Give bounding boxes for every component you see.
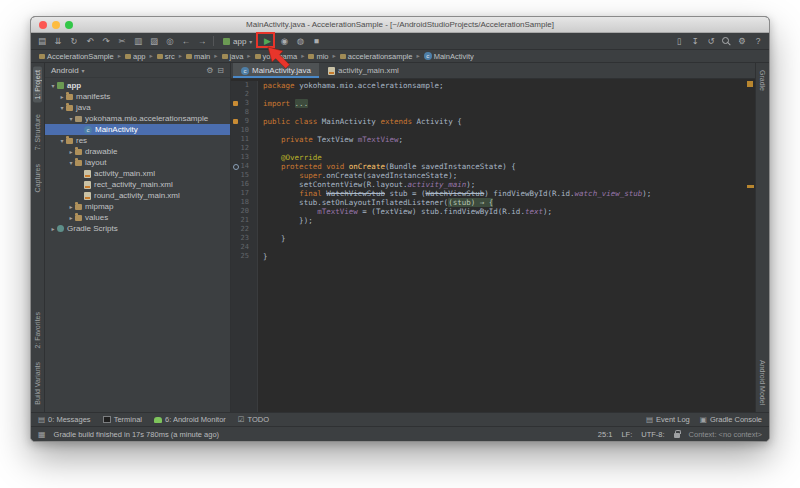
settings-icon[interactable]: ⚙: [206, 66, 213, 75]
collapse-arrow-icon[interactable]: ▾: [58, 137, 66, 144]
expand-arrow-icon[interactable]: ▸: [67, 214, 75, 221]
breadcrumb-item-main[interactable]: main: [186, 52, 210, 61]
line-number[interactable]: 25: [231, 252, 258, 261]
tree-item-values[interactable]: ▸values: [45, 212, 230, 223]
toolwindow-button-gradle-console[interactable]: ▣Gradle Console: [700, 415, 762, 424]
collapse-all-icon[interactable]: ⊟: [217, 66, 224, 75]
tree-item-yokohama-mio-accelerationsample[interactable]: ▾yokohama.mio.accelerationsample: [45, 113, 230, 124]
close-button[interactable]: [39, 21, 47, 29]
stop-icon[interactable]: ■: [311, 36, 321, 46]
debug-icon[interactable]: ◉: [279, 36, 289, 46]
line-number[interactable]: 16: [231, 180, 258, 189]
coverage-icon[interactable]: ◍: [295, 36, 305, 46]
tree-item-mipmap[interactable]: ▸mipmap: [45, 201, 230, 212]
tool-stripe-build-variants[interactable]: Build Variants: [33, 359, 42, 408]
line-number[interactable]: 24: [231, 243, 258, 252]
line-number[interactable]: 1: [231, 81, 258, 90]
tree-item-drawable[interactable]: ▸drawable: [45, 146, 230, 157]
toolwindow-button-terminal[interactable]: Terminal: [103, 415, 142, 424]
zoom-button[interactable]: [65, 21, 73, 29]
line-number[interactable]: 3: [231, 99, 258, 108]
breadcrumb-item-yokohama[interactable]: yokohama: [255, 52, 298, 61]
breadcrumb-item-accelerationsample[interactable]: AccelerationSample: [39, 52, 114, 61]
tool-stripe-1-project[interactable]: 1: Project: [33, 67, 42, 103]
caret-position[interactable]: 25:1: [598, 430, 613, 439]
breadcrumb-item-accelerationsample[interactable]: accelerationsample: [340, 52, 413, 61]
line-number[interactable]: 18: [231, 198, 258, 207]
undo-icon[interactable]: ↶: [85, 36, 95, 46]
breadcrumb-item-mainactivity[interactable]: cMainActivity: [424, 52, 474, 61]
line-number[interactable]: 17: [231, 189, 258, 198]
toolwindow-button-0-messages[interactable]: ▤0: Messages: [38, 415, 91, 424]
paste-icon[interactable]: ▨: [149, 36, 159, 46]
tab-mainactivity-java[interactable]: cMainActivity.java: [233, 63, 319, 78]
open-icon[interactable]: ▤: [37, 36, 47, 46]
line-number[interactable]: 8: [231, 108, 258, 117]
lock-icon[interactable]: [674, 433, 680, 438]
minimize-button[interactable]: [52, 21, 60, 29]
avd-manager-icon[interactable]: ▯: [674, 36, 684, 46]
tree-item-gradle-scripts[interactable]: ▸Gradle Scripts: [45, 223, 230, 234]
line-number[interactable]: 15: [231, 171, 258, 180]
gradle-sync-icon[interactable]: ↺: [706, 36, 716, 46]
expand-arrow-icon[interactable]: ▸: [67, 203, 75, 210]
line-number[interactable]: 2: [231, 90, 258, 99]
back-icon[interactable]: ←: [181, 36, 191, 46]
line-number[interactable]: 13: [231, 153, 258, 162]
run-configuration-select[interactable]: app ▾: [220, 36, 255, 47]
forward-icon[interactable]: →: [197, 36, 207, 46]
toolwindow-switcher-icon[interactable]: ▦: [38, 430, 46, 439]
breadcrumb-item-src[interactable]: src: [157, 52, 175, 61]
tree-item-java[interactable]: ▾java: [45, 102, 230, 113]
copy-icon[interactable]: ▥: [133, 36, 143, 46]
help-icon[interactable]: ?: [753, 36, 763, 46]
code-editor[interactable]: 1package yokohama.mio.accelerationsample…: [231, 79, 755, 412]
line-number[interactable]: 23: [231, 234, 258, 243]
redo-icon[interactable]: ↷: [101, 36, 111, 46]
tab-activity-main-xml[interactable]: activity_main.xml: [320, 63, 407, 78]
tool-stripe-7-structure[interactable]: 7: Structure: [33, 111, 42, 153]
line-number[interactable]: 22: [231, 225, 258, 234]
tree-item-res[interactable]: ▾res: [45, 135, 230, 146]
line-number[interactable]: 21: [231, 216, 258, 225]
line-number[interactable]: 9: [231, 117, 258, 126]
tree-item-round-activity-main-xml[interactable]: round_activity_main.xml: [45, 190, 230, 201]
tree-item-activity-main-xml[interactable]: activity_main.xml: [45, 168, 230, 179]
collapse-arrow-icon[interactable]: ▾: [58, 104, 66, 111]
line-number[interactable]: 20: [231, 207, 258, 216]
tool-stripe-2-favorites[interactable]: 2: Favorites: [33, 309, 42, 352]
breadcrumb-item-java[interactable]: java: [222, 52, 244, 61]
tool-stripe-android-model[interactable]: Android Model: [758, 357, 767, 408]
collapse-arrow-icon[interactable]: ▾: [49, 82, 57, 89]
cut-icon[interactable]: ✂: [117, 36, 127, 46]
expand-arrow-icon[interactable]: ▸: [49, 225, 57, 232]
search-icon[interactable]: [722, 37, 731, 46]
window-titlebar[interactable]: MainActivity.java - AccelerationSample -…: [31, 17, 769, 33]
tree-item-rect-activity-main-xml[interactable]: rect_activity_main.xml: [45, 179, 230, 190]
settings-icon[interactable]: ⚙: [737, 36, 747, 46]
sdk-manager-icon[interactable]: ↧: [690, 36, 700, 46]
collapse-arrow-icon[interactable]: ▾: [67, 159, 75, 166]
tree-item-layout[interactable]: ▾layout: [45, 157, 230, 168]
find-icon[interactable]: ◎: [165, 36, 175, 46]
expand-arrow-icon[interactable]: ▸: [58, 93, 66, 100]
tool-stripe-gradle[interactable]: Gradle: [758, 67, 767, 94]
tree-item-manifests[interactable]: ▸manifests: [45, 91, 230, 102]
warning-marker[interactable]: [747, 185, 754, 188]
line-number[interactable]: 12: [231, 144, 258, 153]
encoding-indicator[interactable]: UTF-8:: [641, 430, 664, 439]
save-all-icon[interactable]: ⇊: [53, 36, 63, 46]
line-number[interactable]: 14: [231, 162, 258, 171]
line-number[interactable]: 10: [231, 126, 258, 135]
project-view-selector[interactable]: Android: [51, 66, 79, 75]
inspection-status-icon[interactable]: [747, 81, 753, 87]
breadcrumb-item-mio[interactable]: mio: [308, 52, 328, 61]
breadcrumb-item-app[interactable]: app: [125, 52, 146, 61]
toolwindow-button-6-android-monitor[interactable]: 6: Android Monitor: [154, 415, 226, 424]
tool-stripe-captures[interactable]: Captures: [33, 161, 42, 195]
tree-item-app[interactable]: ▾app: [45, 80, 230, 91]
expand-arrow-icon[interactable]: ▸: [67, 148, 75, 155]
collapse-arrow-icon[interactable]: ▾: [67, 115, 75, 122]
line-ending-indicator[interactable]: LF:: [621, 430, 632, 439]
line-number[interactable]: 11: [231, 135, 258, 144]
